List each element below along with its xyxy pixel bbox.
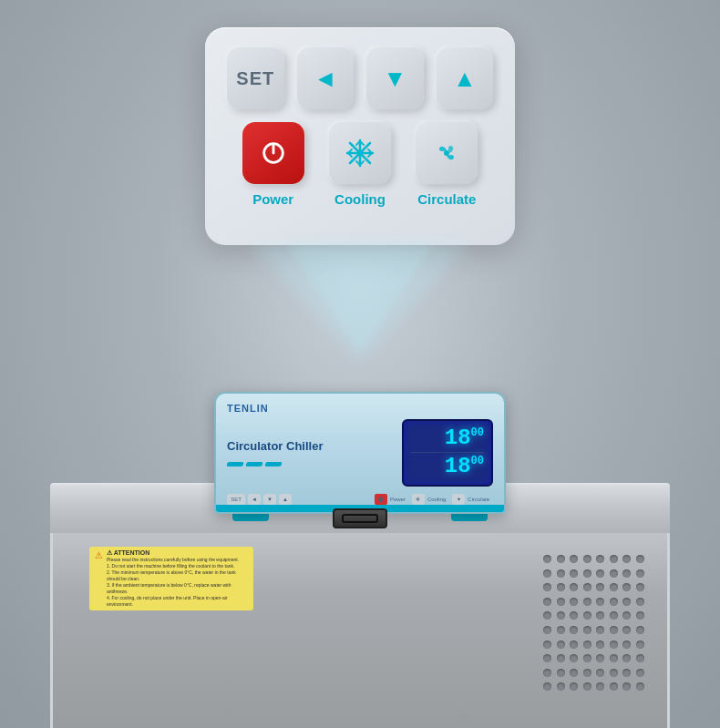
light-beam-inner [287, 244, 433, 354]
vent-hole [636, 626, 644, 634]
vent-hole [610, 611, 618, 620]
vent-hole [543, 682, 551, 691]
vent-hole [570, 654, 578, 662]
vent-hole [543, 611, 551, 620]
vent-hole [583, 611, 591, 620]
svg-point-15 [444, 150, 449, 156]
vent-hole [636, 583, 644, 591]
vent-hole [596, 682, 604, 691]
vent-hole [596, 669, 604, 677]
mini-left-button[interactable]: ◄ [248, 494, 261, 505]
vent-hole [543, 669, 551, 677]
foot-right [451, 514, 488, 521]
vent-hole [570, 583, 578, 591]
button-row-2: Power [227, 122, 493, 207]
attention-title: ⚠ ATTENTION [107, 549, 248, 557]
lcd-top-value: 1800 [411, 426, 484, 450]
power-icon [260, 139, 287, 167]
vent-hole [543, 654, 551, 662]
mini-cooling-button[interactable]: ❄ [412, 494, 425, 505]
device-handle [333, 508, 387, 528]
left-arrow-button[interactable]: ◄ [297, 47, 355, 109]
power-button[interactable] [242, 122, 304, 184]
vent-hole [596, 626, 604, 634]
vent-hole [570, 569, 578, 578]
device-header: TENLIN [227, 403, 493, 414]
vent-hole [557, 654, 565, 662]
vent-hole [557, 555, 565, 563]
vent-hole [622, 598, 631, 606]
vent-hole [636, 611, 644, 620]
lcd-bottom-value: 1800 [411, 455, 484, 478]
vent-hole [596, 583, 604, 591]
vent-hole [622, 626, 631, 634]
set-button[interactable]: SET [227, 47, 284, 109]
mini-up-button[interactable]: ▲ [279, 494, 292, 505]
brand-name: TENLIN [227, 403, 269, 414]
fan-icon [430, 137, 463, 169]
vent-hole [583, 598, 591, 606]
product-name: Circulator Chiller [227, 439, 395, 455]
deco-stripe-1 [226, 462, 243, 467]
cooling-button[interactable] [329, 122, 391, 184]
device-body: Circulator Chiller 1800 1800 [227, 419, 493, 487]
svg-point-14 [357, 150, 363, 156]
vent-panel [540, 551, 649, 697]
vent-hole [583, 669, 591, 677]
vent-hole [583, 555, 591, 563]
device-text-area: Circulator Chiller [227, 439, 395, 467]
vent-hole [543, 626, 551, 634]
mini-set-button[interactable]: SET [227, 494, 245, 505]
circulate-label: Circulate [416, 191, 478, 207]
mini-power-button[interactable]: ⏻ [375, 494, 387, 505]
vent-hole [622, 641, 631, 649]
vent-hole [610, 626, 618, 634]
vent-hole [557, 569, 565, 578]
attention-icon: ⚠ [95, 550, 103, 560]
vent-hole [596, 611, 604, 620]
up-arrow-button[interactable]: ▲ [437, 47, 494, 109]
attention-body: Please read the instructions carefully b… [107, 557, 248, 608]
cooling-label: Cooling [329, 191, 391, 207]
handle-grip [342, 514, 378, 523]
vent-hole [622, 569, 631, 578]
vent-hole [610, 569, 618, 578]
mini-controls: SET ◄ ▼ ▲ ⏻ Power ❄ Cooling ✦ Circulate [227, 494, 493, 505]
vent-hole [583, 654, 591, 662]
vent-hole [557, 641, 565, 649]
mini-cooling-label: Cooling [427, 497, 446, 502]
down-arrow-button[interactable]: ▼ [366, 47, 424, 109]
mini-down-button[interactable]: ▼ [263, 494, 276, 505]
vent-hole [636, 669, 644, 677]
vent-hole [543, 598, 551, 606]
vent-hole [610, 669, 618, 677]
lcd-display: 1800 1800 [402, 419, 493, 487]
vent-hole [622, 611, 631, 620]
vent-hole [583, 641, 591, 649]
vent-hole [557, 669, 565, 677]
vent-hole [622, 682, 631, 691]
vent-hole [543, 569, 551, 578]
mini-circulate-button[interactable]: ✦ [452, 494, 465, 505]
circulate-button[interactable] [416, 122, 478, 184]
vent-hole [636, 598, 644, 606]
vent-hole [610, 555, 618, 563]
vent-hole [583, 626, 591, 634]
device-decoration [227, 462, 395, 467]
control-panel: SET ◄ ▼ ▲ Power [205, 27, 515, 245]
vent-hole [636, 569, 644, 578]
vent-hole [610, 583, 618, 591]
button-row-1: SET ◄ ▼ ▲ [227, 47, 493, 109]
deco-stripe-3 [264, 462, 282, 467]
vent-hole [570, 611, 578, 620]
vent-hole [596, 654, 604, 662]
vent-hole [636, 654, 644, 662]
vent-hole [596, 555, 604, 563]
attention-label: ⚠ ⚠ ATTENTION Please read the instructio… [89, 547, 253, 610]
vent-hole [622, 654, 631, 662]
vent-hole [636, 641, 644, 649]
device-container: TENLIN Circulator Chiller 1800 1800 [214, 392, 506, 523]
vent-hole [557, 611, 565, 620]
mini-circulate-label: Circulate [468, 497, 489, 502]
vent-hole [557, 598, 565, 606]
